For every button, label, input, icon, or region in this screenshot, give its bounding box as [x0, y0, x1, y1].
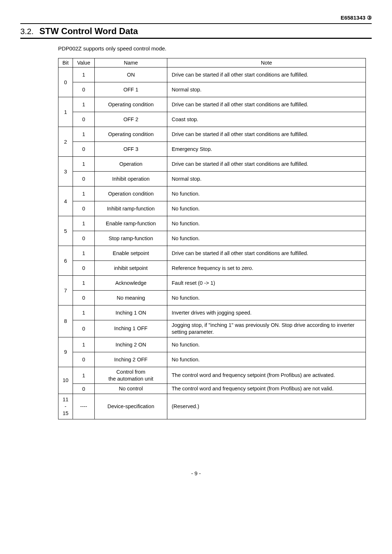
section-rule-bottom: [20, 38, 372, 39]
cell-note: Drive can be started if all other start …: [167, 246, 366, 261]
table-row: 0 OFF 2 Coast stop.: [58, 112, 366, 127]
cell-bit: 3: [58, 157, 73, 186]
cell-note: Drive can be started if all other start …: [167, 127, 366, 142]
cell-name: Operation condition: [95, 186, 167, 201]
cell-name: Enable ramp-function: [95, 216, 167, 231]
cell-note: Normal stop.: [167, 172, 366, 186]
cell-name: No control: [95, 384, 167, 394]
cell-bit: 11 - 15: [58, 394, 73, 419]
table-row: 8 1 Inching 1 ON Inverter drives with jo…: [58, 305, 366, 320]
cell-name: Device-specification: [95, 394, 167, 419]
cell-name: Operating condition: [95, 127, 167, 142]
cell-value: 0: [73, 112, 95, 127]
cell-name: Inching 1 ON: [95, 305, 167, 320]
cell-bit: 2: [58, 127, 73, 157]
table-row: 3 1 Operation Drive can be started if al…: [58, 157, 366, 172]
cell-name: Inching 2 ON: [95, 337, 167, 352]
cell-value: 0: [73, 142, 95, 157]
section-title: STW Control Word Data: [40, 26, 138, 36]
table-row: 11 - 15 ---- Device-specification (Reser…: [58, 394, 366, 419]
cell-value: 0: [73, 231, 95, 246]
cell-name: ON: [95, 67, 167, 82]
cell-bit: 7: [58, 276, 73, 305]
table-row: 5 1 Enable ramp-function No function.: [58, 216, 366, 231]
cell-value: 0: [73, 201, 95, 216]
cell-note: No function.: [167, 291, 366, 305]
cell-note: Drive can be started if all other start …: [167, 67, 366, 82]
cell-name: inhibit setpoint: [95, 261, 167, 276]
table-header-row: Bit Value Name Note: [58, 58, 366, 67]
cell-name: Control from the automation unit: [95, 367, 167, 384]
cell-bit: 9: [58, 337, 73, 367]
cell-name: No meaning: [95, 291, 167, 305]
cell-note: Coast stop.: [167, 112, 366, 127]
cell-note: Drive can be started if all other start …: [167, 157, 366, 172]
cell-bit: 5: [58, 216, 73, 246]
stw-table: Bit Value Name Note 0 1 ON Drive can be …: [58, 58, 366, 419]
cell-value: 1: [73, 97, 95, 112]
cell-value: 1: [73, 276, 95, 291]
cell-name: Inhibit operation: [95, 172, 167, 186]
header-bit: Bit: [58, 58, 73, 67]
section-number: 3.2.: [20, 27, 34, 36]
header-value: Value: [73, 58, 95, 67]
table-row: 6 1 Enable setpoint Drive can be started…: [58, 246, 366, 261]
cell-note: Fault reset (0 -> 1): [167, 276, 366, 291]
cell-value: 1: [73, 67, 95, 82]
cell-bit: 4: [58, 186, 73, 216]
cell-bit: 0: [58, 67, 73, 97]
doc-code: E6581343 ③: [20, 15, 372, 21]
cell-value: 0: [73, 82, 95, 97]
table-row: 9 1 Inching 2 ON No function.: [58, 337, 366, 352]
cell-name: OFF 1: [95, 82, 167, 97]
intro-text: PDP002Z supports only speed control mode…: [58, 45, 372, 52]
cell-name: Operation: [95, 157, 167, 172]
cell-value: 0: [73, 261, 95, 276]
section-title-row: 3.2. STW Control Word Data: [20, 24, 372, 37]
cell-bit: 6: [58, 246, 73, 276]
cell-note: Drive can be started if all other start …: [167, 97, 366, 112]
cell-value: 1: [73, 367, 95, 384]
cell-value: 0: [73, 352, 95, 367]
table-row: 0 Inhibit ramp-function No function.: [58, 201, 366, 216]
cell-value: 0: [73, 320, 95, 337]
cell-note: No function.: [167, 216, 366, 231]
cell-name: OFF 2: [95, 112, 167, 127]
table-row: 0 No meaning No function.: [58, 291, 366, 305]
cell-value: 1: [73, 186, 95, 201]
header-name: Name: [95, 58, 167, 67]
table-row: 0 Inhibit operation Normal stop.: [58, 172, 366, 186]
table-row: 0 OFF 3 Emergency Stop.: [58, 142, 366, 157]
cell-value: 0: [73, 172, 95, 186]
cell-note: Emergency Stop.: [167, 142, 366, 157]
table-row: 0 No control The control word and freque…: [58, 384, 366, 394]
cell-name: Stop ramp-function: [95, 231, 167, 246]
cell-note: The control word and frequency setpoint …: [167, 367, 366, 384]
cell-note: No function.: [167, 186, 366, 201]
cell-name: Enable setpoint: [95, 246, 167, 261]
cell-name: Acknowledge: [95, 276, 167, 291]
cell-value: 1: [73, 157, 95, 172]
table-row: 0 Stop ramp-function No function.: [58, 231, 366, 246]
cell-value: 1: [73, 216, 95, 231]
table-row: 2 1 Operating condition Drive can be sta…: [58, 127, 366, 142]
cell-note: (Reserved.): [167, 394, 366, 419]
cell-name: OFF 3: [95, 142, 167, 157]
table-row: 0 Inching 1 OFF Jogging stop, if "inchin…: [58, 320, 366, 337]
cell-note: Inverter drives with jogging speed.: [167, 305, 366, 320]
page-number: - 9 -: [20, 470, 372, 476]
cell-note: No function.: [167, 337, 366, 352]
table-row: 1 1 Operating condition Drive can be sta…: [58, 97, 366, 112]
cell-note: The control word and frequency setpoint …: [167, 384, 366, 394]
cell-note: No function.: [167, 231, 366, 246]
cell-name: Inhibit ramp-function: [95, 201, 167, 216]
table-row: 0 1 ON Drive can be started if all other…: [58, 67, 366, 82]
table-row: 4 1 Operation condition No function.: [58, 186, 366, 201]
cell-bit: 1: [58, 97, 73, 127]
cell-note: Normal stop.: [167, 82, 366, 97]
header-note: Note: [167, 58, 366, 67]
cell-value: 1: [73, 305, 95, 320]
cell-note: Jogging stop, if "inching 1" was previou…: [167, 320, 366, 337]
cell-name: Operating condition: [95, 97, 167, 112]
cell-bit: 10: [58, 367, 73, 394]
